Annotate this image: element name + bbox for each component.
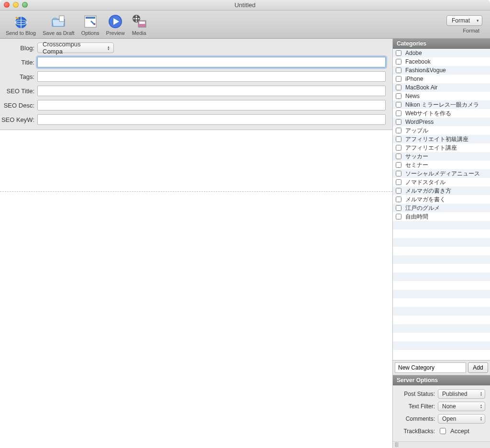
category-row[interactable]: アフィリエイト講座 — [393, 143, 490, 152]
category-row[interactable] — [393, 229, 490, 238]
save-as-draft-button[interactable]: Save as Draft — [40, 12, 78, 37]
seo-keyw-label: SEO KeyW: — [0, 116, 37, 123]
category-checkbox[interactable] — [396, 50, 401, 56]
category-label: アップル — [405, 127, 428, 135]
category-checkbox[interactable] — [396, 171, 401, 176]
category-checkbox[interactable] — [396, 153, 401, 159]
category-label: News — [405, 93, 420, 99]
categories-list[interactable]: AdobeFacebookFashion&VogueiPhoneMacBook … — [393, 49, 490, 360]
category-row[interactable]: ノマドスタイル — [393, 178, 490, 186]
options-button[interactable]: Options — [78, 12, 102, 37]
updown-icon: ▴▾ — [108, 45, 110, 50]
seo-title-input[interactable] — [37, 86, 386, 96]
category-row[interactable]: メルマガの書き方 — [393, 186, 490, 195]
category-checkbox[interactable] — [396, 136, 401, 142]
category-row[interactable] — [393, 273, 490, 281]
format-dropdown-button[interactable]: Format — [446, 15, 482, 26]
category-checkbox[interactable] — [396, 162, 401, 168]
minimize-window-button[interactable] — [13, 2, 19, 8]
category-row[interactable]: Fashion&Vogue — [393, 66, 490, 75]
category-row[interactable]: アフィリエイト初級講座 — [393, 135, 490, 143]
sidebar-statusbar: ||| — [393, 441, 490, 448]
seo-desc-input[interactable] — [37, 100, 386, 110]
new-category-input[interactable] — [395, 362, 466, 373]
comments-select[interactable]: Open ▴▾ — [438, 414, 485, 424]
category-row[interactable] — [393, 290, 490, 298]
category-row[interactable]: サッカー — [393, 152, 490, 161]
category-row[interactable] — [393, 221, 490, 229]
category-row[interactable]: Nikon ミラーレス一眼カメラ — [393, 100, 490, 109]
svg-point-11 — [133, 18, 134, 20]
tags-input[interactable] — [37, 71, 386, 82]
category-checkbox[interactable] — [396, 110, 401, 116]
category-row[interactable]: ソーシャルメディアニュース — [393, 169, 490, 178]
category-checkbox[interactable] — [396, 76, 401, 82]
blog-label: Blog: — [0, 44, 37, 52]
post-status-select[interactable]: Published ▴▾ — [438, 389, 485, 399]
svg-point-12 — [138, 18, 139, 20]
preview-button[interactable]: Preview — [103, 12, 128, 37]
toolbar-label: Send to Blog — [6, 30, 36, 36]
text-filter-select[interactable]: None ▴▾ — [438, 402, 485, 411]
trackbacks-accept-checkbox[interactable] — [440, 428, 446, 434]
category-row[interactable]: Adobe — [393, 49, 490, 57]
options-panel-icon — [83, 14, 98, 29]
category-row[interactable]: メルマガを書く — [393, 195, 490, 204]
category-row[interactable]: News — [393, 92, 490, 100]
format-label: Format — [463, 28, 482, 33]
blog-select[interactable]: Crosscompus Compa ▴▾ — [37, 43, 114, 53]
category-checkbox[interactable] — [396, 145, 401, 151]
category-row[interactable]: Webサイトを作る — [393, 109, 490, 118]
category-row[interactable] — [393, 333, 490, 341]
category-row[interactable] — [393, 341, 490, 350]
category-checkbox[interactable] — [396, 205, 401, 211]
add-category-button[interactable]: Add — [468, 362, 488, 373]
trackbacks-accept-label: Accept — [450, 427, 469, 435]
category-row[interactable] — [393, 324, 490, 333]
category-row[interactable]: アップル — [393, 126, 490, 135]
close-window-button[interactable] — [4, 2, 10, 8]
category-checkbox[interactable] — [396, 179, 401, 185]
category-checkbox[interactable] — [396, 67, 401, 73]
category-row[interactable] — [393, 307, 490, 316]
title-input[interactable] — [37, 57, 386, 67]
category-checkbox[interactable] — [396, 119, 401, 125]
category-label: Webサイトを作る — [405, 109, 451, 118]
play-preview-icon — [108, 14, 123, 29]
category-checkbox[interactable] — [396, 93, 401, 99]
category-row[interactable] — [393, 264, 490, 273]
category-row[interactable] — [393, 238, 490, 247]
category-checkbox[interactable] — [396, 128, 401, 133]
category-row[interactable]: WordPress — [393, 118, 490, 126]
category-row[interactable] — [393, 316, 490, 324]
svg-point-10 — [135, 21, 137, 22]
category-checkbox[interactable] — [396, 188, 401, 194]
text-filter-label: Text Filter: — [393, 403, 438, 410]
category-checkbox[interactable] — [396, 85, 401, 90]
send-to-blog-button[interactable]: Send to Blog — [3, 12, 39, 37]
category-row[interactable] — [393, 350, 490, 359]
svg-rect-2 — [59, 16, 64, 22]
category-row[interactable]: MacBook Air — [393, 83, 490, 92]
category-checkbox[interactable] — [396, 197, 401, 202]
category-row[interactable] — [393, 298, 490, 307]
category-row[interactable]: セミナー — [393, 161, 490, 169]
category-row[interactable] — [393, 281, 490, 290]
category-checkbox[interactable] — [396, 214, 401, 219]
toolbar-label: Options — [81, 30, 100, 36]
editor-area[interactable] — [0, 130, 392, 448]
zoom-window-button[interactable] — [22, 2, 28, 8]
category-row[interactable]: iPhone — [393, 75, 490, 83]
media-button[interactable]: Media — [129, 12, 150, 37]
category-row[interactable]: Facebook — [393, 57, 490, 66]
svg-point-9 — [135, 16, 137, 17]
seo-keyw-input[interactable] — [37, 114, 386, 125]
category-row[interactable]: 自由時間 — [393, 212, 490, 221]
category-row[interactable]: 江戸のグルメ — [393, 204, 490, 212]
category-checkbox[interactable] — [396, 59, 401, 65]
category-row[interactable] — [393, 255, 490, 264]
category-row[interactable] — [393, 247, 490, 255]
category-checkbox[interactable] — [396, 102, 401, 108]
category-label: Adobe — [405, 50, 422, 56]
server-options-header: Server Options — [393, 375, 490, 385]
